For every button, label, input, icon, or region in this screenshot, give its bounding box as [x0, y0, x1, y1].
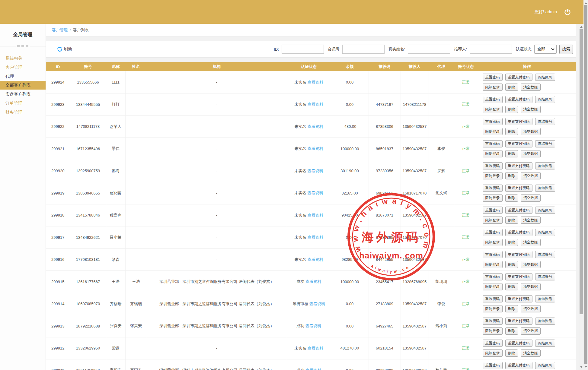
restrict-login-button[interactable]: 限制登录 — [483, 84, 503, 91]
reset-pay-password-button[interactable]: 重置支付密码 — [505, 251, 532, 258]
freeze-account-button[interactable]: 冻结账号 — [535, 295, 555, 302]
restrict-login-button[interactable]: 限制登录 — [483, 217, 503, 224]
sidebar-item-real-customers[interactable]: 实盘客户列表 — [0, 90, 46, 99]
clear-data-button[interactable]: 清空数据 — [521, 150, 541, 157]
freeze-account-button[interactable]: 冻结账号 — [535, 74, 555, 81]
restrict-login-button[interactable]: 限制登录 — [483, 194, 503, 202]
scroll-down-arrow-icon[interactable] — [579, 365, 583, 369]
reset-pay-password-button[interactable]: 重置支付密码 — [505, 318, 532, 325]
restrict-login-button[interactable]: 限制登录 — [483, 283, 503, 290]
delete-button[interactable]: 删除 — [505, 327, 518, 335]
view-profile-link[interactable]: 查看资料 — [308, 257, 323, 262]
restrict-login-button[interactable]: 限制登录 — [483, 261, 503, 268]
restrict-login-button[interactable]: 限制登录 — [483, 172, 503, 179]
reset-pay-password-button[interactable]: 重置支付密码 — [505, 273, 532, 280]
view-profile-link[interactable]: 查看资料 — [305, 368, 321, 370]
reset-password-button[interactable]: 重置密码 — [483, 273, 503, 280]
freeze-account-button[interactable]: 冻结账号 — [535, 318, 555, 325]
restrict-login-button[interactable]: 限制登录 — [483, 327, 503, 335]
reset-pay-password-button[interactable]: 重置支付密码 — [505, 229, 532, 236]
view-profile-link[interactable]: 查看资料 — [308, 80, 323, 84]
view-profile-link[interactable]: 查看资料 — [305, 279, 321, 284]
reset-password-button[interactable]: 重置密码 — [483, 74, 503, 81]
logout-power-button[interactable] — [564, 8, 571, 16]
clear-data-button[interactable]: 清空数据 — [521, 217, 541, 224]
clear-data-button[interactable]: 清空数据 — [521, 106, 541, 113]
freeze-account-button[interactable]: 冻结账号 — [535, 251, 555, 258]
reset-pay-password-button[interactable]: 重置支付密码 — [505, 74, 532, 81]
freeze-account-button[interactable]: 冻结账号 — [535, 96, 555, 103]
delete-button[interactable]: 删除 — [505, 106, 518, 113]
freeze-account-button[interactable]: 冻结账号 — [535, 273, 555, 280]
member-no-filter-input[interactable] — [342, 45, 385, 54]
reset-pay-password-button[interactable]: 重置支付密码 — [505, 162, 532, 169]
content-scrollbar[interactable] — [579, 24, 583, 370]
restrict-login-button[interactable]: 限制登录 — [483, 305, 503, 312]
view-profile-link[interactable]: 查看资料 — [309, 302, 325, 306]
freeze-account-button[interactable]: 冻结账号 — [535, 229, 555, 236]
freeze-account-button[interactable]: 冻结账号 — [535, 362, 555, 369]
freeze-account-button[interactable]: 冻结账号 — [535, 340, 555, 347]
reset-password-button[interactable]: 重置密码 — [483, 251, 503, 258]
freeze-account-button[interactable]: 冻结账号 — [535, 118, 555, 125]
page-scrollbar-thumb[interactable] — [584, 5, 587, 364]
clear-data-button[interactable]: 清空数据 — [521, 84, 541, 91]
sidebar-item-customer-mgmt[interactable]: 客户管理 — [0, 63, 46, 72]
reset-password-button[interactable]: 重置密码 — [483, 318, 503, 325]
sidebar-item-order-mgmt[interactable]: 订单管理 — [0, 99, 46, 108]
view-profile-link[interactable]: 查看资料 — [308, 235, 323, 239]
delete-button[interactable]: 删除 — [505, 283, 518, 290]
clear-data-button[interactable]: 清空数据 — [521, 128, 541, 135]
delete-button[interactable]: 删除 — [505, 194, 518, 202]
view-profile-link[interactable]: 查看资料 — [308, 146, 323, 151]
reset-pay-password-button[interactable]: 重置支付密码 — [505, 362, 532, 369]
id-filter-input[interactable] — [282, 45, 324, 54]
delete-button[interactable]: 删除 — [505, 150, 518, 157]
sidebar-item-agent[interactable]: 代理 — [0, 72, 46, 81]
delete-button[interactable]: 删除 — [505, 128, 518, 135]
reset-password-button[interactable]: 重置密码 — [483, 207, 503, 214]
reset-password-button[interactable]: 重置密码 — [483, 362, 503, 369]
referrer-filter-input[interactable] — [470, 45, 512, 54]
page-scroll-down-arrow-icon[interactable] — [583, 365, 588, 369]
auth-status-select[interactable]: 全部 — [534, 45, 557, 54]
reset-pay-password-button[interactable]: 重置支付密码 — [505, 340, 532, 347]
delete-button[interactable]: 删除 — [505, 349, 518, 357]
restrict-login-button[interactable]: 限制登录 — [483, 128, 503, 135]
reset-pay-password-button[interactable]: 重置支付密码 — [505, 118, 532, 125]
clear-data-button[interactable]: 清空数据 — [521, 261, 541, 268]
view-profile-link[interactable]: 查看资料 — [308, 346, 323, 350]
restrict-login-button[interactable]: 限制登录 — [483, 239, 503, 246]
clear-data-button[interactable]: 清空数据 — [521, 283, 541, 290]
reset-password-button[interactable]: 重置密码 — [483, 96, 503, 103]
clear-data-button[interactable]: 清空数据 — [521, 194, 541, 202]
reset-password-button[interactable]: 重置密码 — [483, 229, 503, 236]
clear-data-button[interactable]: 清空数据 — [521, 305, 541, 312]
delete-button[interactable]: 删除 — [505, 172, 518, 179]
delete-button[interactable]: 删除 — [505, 217, 518, 224]
freeze-account-button[interactable]: 冻结账号 — [535, 185, 555, 192]
clear-data-button[interactable]: 清空数据 — [521, 327, 541, 335]
view-profile-link[interactable]: 查看资料 — [308, 124, 323, 129]
clear-data-button[interactable]: 清空数据 — [521, 349, 541, 357]
scroll-up-arrow-icon[interactable] — [579, 24, 583, 29]
search-button[interactable]: 搜索 — [559, 45, 573, 54]
real-name-filter-input[interactable] — [408, 45, 450, 54]
freeze-account-button[interactable]: 冻结账号 — [535, 140, 555, 147]
view-profile-link[interactable]: 查看资料 — [308, 213, 323, 217]
delete-button[interactable]: 删除 — [505, 305, 518, 312]
reset-password-button[interactable]: 重置密码 — [483, 140, 503, 147]
reset-password-button[interactable]: 重置密码 — [483, 295, 503, 302]
reset-pay-password-button[interactable]: 重置支付密码 — [505, 140, 532, 147]
reset-pay-password-button[interactable]: 重置支付密码 — [505, 96, 532, 103]
reset-pay-password-button[interactable]: 重置支付密码 — [505, 185, 532, 192]
page-scrollbar[interactable] — [583, 0, 588, 370]
delete-button[interactable]: 删除 — [505, 261, 518, 268]
reset-password-button[interactable]: 重置密码 — [483, 118, 503, 125]
freeze-account-button[interactable]: 冻结账号 — [535, 162, 555, 169]
sidebar-item-all-customers[interactable]: 全部客户列表 — [0, 81, 46, 90]
view-profile-link[interactable]: 查看资料 — [308, 169, 323, 173]
view-profile-link[interactable]: 查看资料 — [305, 324, 321, 328]
reset-pay-password-button[interactable]: 重置支付密码 — [505, 207, 532, 214]
delete-button[interactable]: 删除 — [505, 239, 518, 246]
